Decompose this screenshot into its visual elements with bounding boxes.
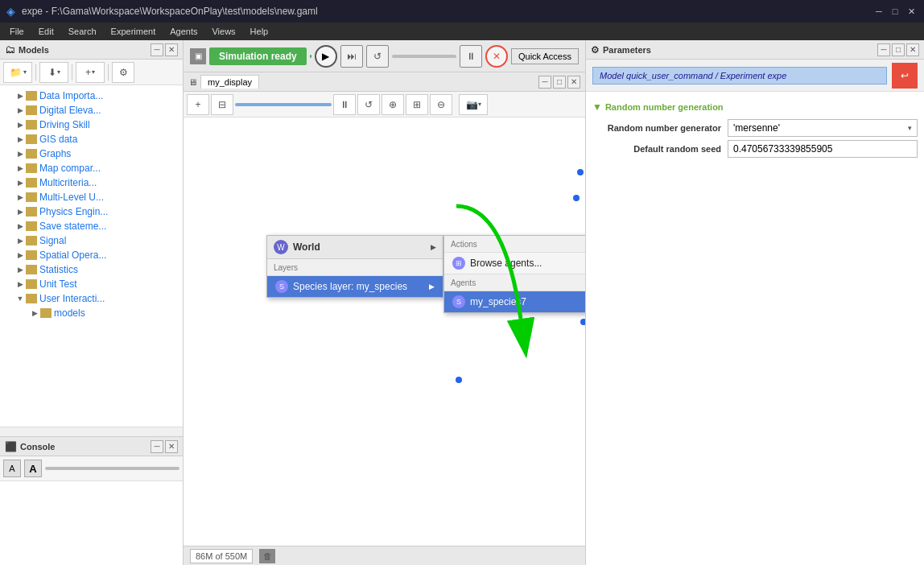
status-bar: 86M of 550M 🗑: [184, 546, 585, 565]
tree-item-gis-data[interactable]: ▶ GIS data: [0, 132, 183, 146]
toolbar-divider-3: [108, 64, 109, 80]
models-panel-title: Models: [19, 45, 147, 55]
menu-search[interactable]: Search: [62, 25, 103, 38]
my-species-label: my_species7: [470, 296, 526, 307]
trash-button[interactable]: 🗑: [259, 549, 275, 563]
agent-dot: [456, 377, 462, 383]
toolbar-divider-1: [35, 64, 36, 80]
tree-item-data-importa[interactable]: ▶ Data Importa...: [0, 89, 183, 103]
console-close-btn[interactable]: ✕: [165, 440, 178, 453]
folder-icon-sm: [26, 178, 37, 188]
display-pause-btn[interactable]: ⏸: [333, 94, 356, 115]
display-tab[interactable]: my_display: [200, 75, 259, 89]
menu-file[interactable]: File: [3, 25, 31, 38]
params-collapse-btn[interactable]: ─: [877, 43, 890, 56]
console-font-large-btn[interactable]: A: [24, 460, 42, 477]
world-arrow: ▶: [431, 243, 436, 251]
tree-item-statistics[interactable]: ▶ Statistics: [0, 262, 183, 277]
sim-step-button[interactable]: ⏭: [340, 45, 363, 68]
params-content: ▼ Random number generation Random number…: [586, 92, 924, 565]
tree-arrow: ▶: [14, 92, 26, 100]
menu-edit[interactable]: Edit: [32, 25, 60, 38]
close-button[interactable]: ✕: [905, 5, 918, 18]
folder-icon-sm: [26, 91, 37, 101]
display-fullscreen-btn[interactable]: ⊕: [382, 94, 404, 115]
menu-agents[interactable]: Agents: [163, 25, 204, 38]
tree-item-user-interacti[interactable]: ▼ User Interacti...: [0, 291, 183, 306]
seed-value-box[interactable]: 0.47056733339855905: [728, 140, 918, 158]
back-button[interactable]: ↩: [892, 63, 918, 89]
sim-reload-button[interactable]: ↺: [366, 45, 389, 68]
toolbar-add-btn[interactable]: + ▾: [76, 62, 105, 83]
memory-display: 86M of 550M: [190, 549, 253, 563]
tree-item-unit-test[interactable]: ▶ Unit Test: [0, 277, 183, 291]
fullscreen-icon: ⊕: [389, 99, 397, 110]
toolbar-download-btn[interactable]: ⬇ ▾: [39, 62, 68, 83]
tree-item-signal[interactable]: ▶ Signal: [0, 233, 183, 248]
species-layer-icon: S: [275, 280, 288, 293]
tree-arrow: ▶: [14, 208, 26, 216]
models-h-scrollbar[interactable]: [0, 427, 183, 436]
minimize-button[interactable]: ─: [872, 5, 885, 18]
display-minimize-btn[interactable]: □: [553, 76, 566, 89]
sim-speed-slider[interactable]: [392, 55, 456, 58]
model-title: Model quick_user_command / Experiment ex…: [592, 67, 887, 85]
tree-item-physics-engine[interactable]: ▶ Physics Engin...: [0, 204, 183, 219]
console-font-normal-btn[interactable]: A: [3, 460, 21, 477]
display-collapse-btn[interactable]: ─: [538, 76, 551, 89]
rng-dropdown[interactable]: 'mersenne' ▾: [728, 119, 918, 137]
folder-icon-sm: [26, 279, 37, 289]
tree-label: Driving Skill: [39, 119, 90, 130]
sim-ready-button[interactable]: Simulation ready: [209, 47, 307, 65]
rng-param-row: Random number generator 'mersenne' ▾: [592, 119, 918, 137]
maximize-button[interactable]: □: [889, 5, 901, 18]
tree-item-models[interactable]: ▶ models: [0, 306, 183, 320]
display-zoom-out-btn[interactable]: ⊟: [211, 94, 233, 115]
canvas-area[interactable]: W World ▶ Layers S Species layer: my_spe…: [184, 118, 585, 546]
toolbar-refresh-btn[interactable]: ⚙: [112, 62, 134, 83]
models-close-btn[interactable]: ✕: [165, 43, 178, 56]
tree-arrow: ▶: [14, 251, 26, 259]
sim-stop-button[interactable]: ✕: [485, 45, 508, 68]
tree-label: Graphs: [39, 148, 71, 159]
console-collapse-btn[interactable]: ─: [151, 440, 163, 453]
tree-item-map-compar[interactable]: ▶ Map compar...: [0, 161, 183, 175]
rng-section-title: Random number generation: [605, 102, 724, 112]
dropdown-icon-3: ▾: [92, 68, 95, 76]
sim-pause-button[interactable]: ⏸: [460, 45, 482, 68]
tree-item-spatial-opera[interactable]: ▶ Spatial Opera...: [0, 248, 183, 262]
display-zoom-slider[interactable]: [235, 103, 332, 106]
models-collapse-btn[interactable]: ─: [151, 43, 163, 56]
tree-arrow: ▶: [14, 106, 26, 114]
sim-play-button[interactable]: ▶: [315, 45, 337, 68]
console-slider[interactable]: [45, 467, 179, 470]
actions-menu-1: Actions ⊞ Browse agents... Agents S my_s…: [443, 235, 585, 313]
ctx-browse-agents[interactable]: ⊞ Browse agents...: [444, 253, 585, 274]
toolbar-btn-1[interactable]: 📁 ▾: [3, 62, 32, 83]
camera-icon-btn[interactable]: 📷 ▾: [459, 94, 488, 115]
quick-access-button[interactable]: Quick Access: [511, 48, 579, 64]
tree-item-multi-level[interactable]: ▶ Multi-Level U...: [0, 190, 183, 204]
display-minus-btn[interactable]: ⊖: [430, 94, 452, 115]
display-refresh-btn[interactable]: ↺: [357, 94, 380, 115]
tree-item-save-statement[interactable]: ▶ Save stateme...: [0, 219, 183, 233]
display-zoom-in-btn[interactable]: +: [187, 94, 209, 115]
params-close-btn[interactable]: ✕: [906, 43, 919, 56]
display-close-btn[interactable]: ✕: [567, 76, 580, 89]
params-maximize-btn[interactable]: □: [892, 43, 905, 56]
folder-icon-sm: [26, 149, 37, 159]
display-settings-btn[interactable]: ⊞: [406, 94, 428, 115]
tree-arrow: ▶: [14, 150, 26, 158]
menu-experiment[interactable]: Experiment: [105, 25, 163, 38]
ctx-my-species7[interactable]: S my_species7 ▶: [444, 291, 585, 312]
ctx-species-layer[interactable]: S Species layer: my_species ▶: [267, 276, 443, 297]
agent-dot: [580, 319, 585, 325]
tree-item-multicriteria[interactable]: ▶ Multicriteria...: [0, 175, 183, 190]
app-icon: ◈: [6, 5, 15, 18]
tree-item-driving-skill[interactable]: ▶ Driving Skill: [0, 118, 183, 132]
menu-help[interactable]: Help: [244, 25, 275, 38]
menu-views[interactable]: Views: [205, 25, 241, 38]
tree-item-digital-eleva[interactable]: ▶ Digital Eleva...: [0, 103, 183, 118]
tree-arrow: ▶: [14, 237, 26, 245]
tree-item-graphs[interactable]: ▶ Graphs: [0, 146, 183, 161]
